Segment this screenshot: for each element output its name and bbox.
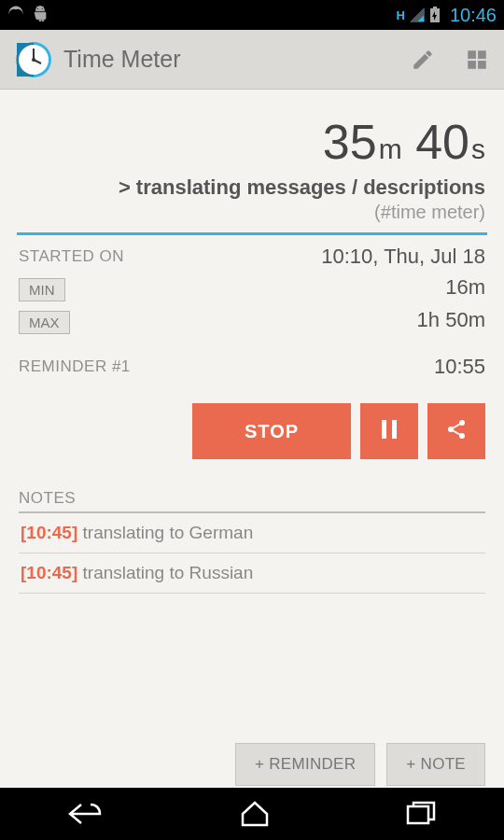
do-not-disturb-icon: [7, 5, 24, 25]
accent-divider: [17, 232, 487, 235]
note-text: translating to Russian: [77, 563, 253, 582]
max-value: 1h 50m: [417, 308, 485, 332]
svg-rect-3: [433, 7, 437, 8]
notes-header: NOTES: [19, 489, 485, 513]
svg-point-0: [37, 8, 38, 9]
reminder-label: REMINDER #1: [19, 357, 131, 376]
android-nav-bar: [0, 788, 504, 840]
seconds-unit: s: [471, 133, 485, 164]
network-type: H: [397, 8, 405, 22]
svg-point-16: [459, 420, 465, 426]
note-item[interactable]: [10:45] translating to German: [19, 513, 485, 553]
svg-line-19: [454, 424, 460, 427]
max-button[interactable]: MAX: [19, 311, 70, 334]
note-time: [10:45]: [21, 523, 77, 542]
note-item[interactable]: [10:45] translating to Russian: [19, 553, 485, 594]
action-bar: Time Meter: [0, 30, 504, 90]
share-button[interactable]: [427, 403, 485, 459]
svg-point-18: [459, 433, 465, 439]
started-label: STARTED ON: [19, 247, 124, 266]
task-tag: (#time meter): [19, 202, 485, 223]
android-status-bar: H 10:46: [0, 0, 504, 30]
edit-icon[interactable]: [411, 48, 435, 72]
add-note-button[interactable]: + NOTE: [386, 743, 485, 786]
svg-rect-12: [468, 61, 476, 69]
svg-point-1: [42, 8, 43, 9]
status-clock: 10:46: [450, 5, 497, 26]
pause-button[interactable]: [360, 403, 418, 459]
app-icon: [15, 41, 52, 78]
share-icon: [445, 418, 468, 445]
note-text: translating to German: [77, 523, 253, 542]
svg-rect-11: [478, 50, 486, 59]
svg-line-20: [454, 430, 460, 434]
min-value: 16m: [445, 275, 485, 300]
signal-icon: [409, 7, 426, 23]
svg-point-17: [448, 427, 454, 432]
min-button[interactable]: MIN: [19, 278, 65, 301]
svg-rect-14: [382, 420, 386, 439]
add-reminder-button[interactable]: + REMINDER: [235, 743, 375, 786]
task-name-line: > translating messages / descriptions: [19, 175, 485, 200]
elapsed-time: 35m 40s: [19, 114, 485, 170]
svg-rect-10: [468, 50, 476, 59]
home-button[interactable]: [239, 801, 271, 827]
svg-rect-15: [392, 420, 397, 439]
reminder-value: 10:55: [434, 355, 485, 379]
android-icon: [32, 5, 49, 25]
stop-button[interactable]: STOP: [192, 403, 351, 459]
note-time: [10:45]: [21, 563, 77, 582]
minutes-unit: m: [379, 133, 402, 164]
grid-icon[interactable]: [465, 48, 489, 72]
started-value: 10:10, Thu, Jul 18: [321, 245, 485, 269]
svg-point-9: [32, 58, 35, 62]
minutes-value: 35: [323, 115, 377, 169]
app-title: Time Meter: [63, 46, 180, 73]
seconds-value: 40: [415, 115, 469, 169]
back-button[interactable]: [68, 801, 104, 827]
battery-icon: [429, 7, 441, 23]
pause-icon: [380, 418, 399, 445]
recent-apps-button[interactable]: [406, 801, 436, 827]
svg-rect-13: [478, 61, 486, 69]
svg-rect-21: [408, 806, 428, 823]
